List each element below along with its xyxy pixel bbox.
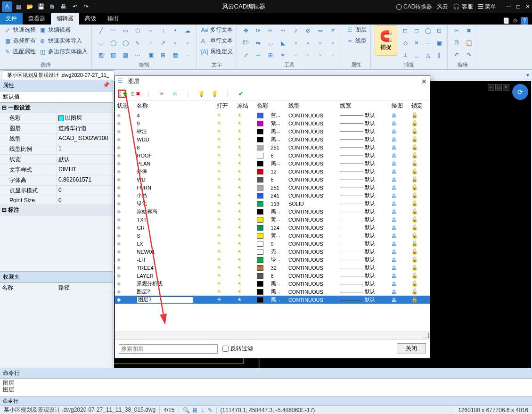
layer-row[interactable]: ◆PLAN☀☀黑...CONTINUOUS 默认🖶🔓 xyxy=(115,159,430,167)
dialog-close-button[interactable]: ✕ xyxy=(421,78,427,85)
cloud-icon[interactable]: ☁ xyxy=(182,25,193,36)
delete-layer-button[interactable]: 🗎✖ xyxy=(131,90,139,98)
ray-icon[interactable]: ↗ xyxy=(158,38,168,48)
rect-icon[interactable]: ▭ xyxy=(120,25,131,36)
layer-row[interactable]: ◆S☀☀黄...CONTINUOUS 默认🖶🔓 xyxy=(115,232,430,240)
copy2-icon[interactable]: ⿻ xyxy=(451,38,462,48)
col-on[interactable]: 打开 xyxy=(215,100,235,111)
layer-search-input[interactable] xyxy=(119,344,218,354)
block-icon[interactable]: ▣ xyxy=(146,50,156,60)
open-icon[interactable]: 📂 xyxy=(25,1,35,12)
help-icon[interactable]: ? xyxy=(521,17,528,25)
snap-ins-icon[interactable]: ▣ xyxy=(434,38,444,48)
status-pen-icon[interactable]: ✎ xyxy=(208,407,213,414)
print-icon[interactable]: 🖶 xyxy=(58,1,69,12)
more3-icon[interactable]: ▫ xyxy=(182,50,193,60)
delete-icon[interactable]: ✖ xyxy=(464,25,474,36)
layer-row[interactable]: ◆9☀☀紫...CONTINUOUS 默认🖶🔓 xyxy=(115,119,430,127)
snap-int-icon[interactable]: ✕ xyxy=(411,38,422,48)
invert-filter-checkbox[interactable]: 反转过滤 xyxy=(222,345,253,353)
snap-per-icon[interactable]: ⊥ xyxy=(400,50,410,60)
copy-icon[interactable]: ⿻ xyxy=(241,38,251,48)
scale-icon[interactable]: ⤢ xyxy=(241,50,251,60)
circle-icon[interactable]: ◯ xyxy=(108,38,118,48)
support-link[interactable]: 🎧 客服 xyxy=(453,3,473,11)
paste-icon[interactable]: 📋 xyxy=(464,38,474,48)
maximize-button[interactable]: ◻ xyxy=(516,3,521,10)
col-lock[interactable]: 锁定 xyxy=(409,100,430,111)
layer-row[interactable]: ◆☀☀黑...CONTINUOUS 默认🖶🔓 xyxy=(115,296,430,304)
property-row[interactable]: 线型ACAD_ISO02W100 xyxy=(0,134,113,144)
save-icon[interactable]: 💾 xyxy=(36,1,46,12)
t12-icon[interactable]: ▫ xyxy=(327,50,338,60)
mtext-button[interactable]: A≡多行文本 xyxy=(201,25,233,34)
layer-row[interactable]: ◆小品☀☀241CONTINUOUS 默认🖶🔓 xyxy=(115,191,430,199)
select-all-button[interactable]: ▦选择所有 xyxy=(4,36,36,45)
xline-icon[interactable]: ⟋ xyxy=(146,38,156,48)
snap-cen-icon[interactable]: ◯ xyxy=(423,25,433,36)
snap-ext-icon[interactable]: — xyxy=(423,38,433,48)
property-row[interactable]: 色彩以图层 xyxy=(0,113,113,124)
status-ortho-icon[interactable]: ⊥ xyxy=(200,407,205,414)
pline-icon[interactable]: 〰 xyxy=(108,25,118,36)
layer-row[interactable]: ◆原始标高☀☀黑...CONTINUOUS 默认🖶🔓 xyxy=(115,207,430,215)
align-icon[interactable]: ≡ xyxy=(327,25,338,36)
poly-icon[interactable]: ⬠ xyxy=(132,25,143,36)
t5-icon[interactable]: ▫ xyxy=(291,38,301,48)
tab-file[interactable]: 文件 xyxy=(0,13,23,25)
tab-output[interactable]: 输出 xyxy=(102,13,124,25)
explode-icon[interactable]: ✶ xyxy=(278,50,288,60)
more2-icon[interactable]: ▫ xyxy=(182,38,193,48)
col-ltype[interactable]: 线型 xyxy=(286,100,338,111)
property-row[interactable]: 点显示模式0 xyxy=(0,186,113,196)
layer-row[interactable]: ◆NEW01☀☀壳...CONTINUOUS 默认🖶🔓 xyxy=(115,248,430,256)
t10-icon[interactable]: ▫ xyxy=(303,50,313,60)
ellipse-icon[interactable]: ◯ xyxy=(120,38,131,48)
cut-icon[interactable]: ✂ xyxy=(451,25,462,36)
layer-row[interactable]: ◆FURN☀☀251CONTINUOUS 默认🖶🔓 xyxy=(115,183,430,191)
dialog-close-footer-button[interactable]: 关闭 xyxy=(397,343,426,354)
linetype-button[interactable]: ┉线型 xyxy=(346,36,367,45)
fast-import-button[interactable]: ⊕快速实体导入 xyxy=(39,36,88,45)
point-icon[interactable]: • xyxy=(170,25,180,36)
hatch2-icon[interactable]: ▧ xyxy=(108,50,118,60)
t11-icon[interactable]: ▫ xyxy=(315,50,326,60)
property-row[interactable]: 文字样式DIMHT xyxy=(0,165,113,175)
fillet-icon[interactable]: ◡ xyxy=(265,38,276,48)
stext-button[interactable]: A_单行文本 xyxy=(201,36,233,45)
t6-icon[interactable]: ▫ xyxy=(303,38,313,48)
snap-nea-icon[interactable]: ◬ xyxy=(423,50,433,60)
export-icon[interactable]: 📑 xyxy=(503,17,510,24)
stretch-icon[interactable]: ↔ xyxy=(253,50,263,60)
tab-advanced[interactable]: 高级 xyxy=(79,13,102,25)
converter-link[interactable]: ◯ CAD转换器 xyxy=(396,3,433,11)
mirror-icon[interactable]: ⇋ xyxy=(253,38,263,48)
property-row[interactable]: 线宽默认 xyxy=(0,155,113,165)
arc-icon[interactable]: ◡ xyxy=(96,38,106,48)
redo-icon[interactable]: ↷ xyxy=(81,1,91,12)
saveas-icon[interactable]: 🗎 xyxy=(47,1,57,12)
poly-import-button[interactable]: ◫多边形实体输入 xyxy=(39,47,88,56)
layer-row[interactable]: ◆LAYER☀☀8CONTINUOUS 默认🖶🔓 xyxy=(115,272,430,280)
layer-row[interactable]: ◆标注☀☀黑...CONTINUOUS 默认🖶🔓 xyxy=(115,127,430,135)
tab-viewer[interactable]: 查看器 xyxy=(23,13,51,25)
chamfer-icon[interactable]: ◣ xyxy=(278,38,288,48)
t7-icon[interactable]: ▫ xyxy=(315,38,326,48)
col-color[interactable]: 色彩 xyxy=(255,100,286,111)
dim2-icon[interactable]: ↕ xyxy=(158,25,168,36)
sun-tool-icon[interactable]: ☀ xyxy=(157,90,166,98)
property-row[interactable]: 图层道路车行道 xyxy=(0,124,113,134)
extend-icon[interactable]: ⤳ xyxy=(278,25,288,36)
snow-tool-icon[interactable]: ❄ xyxy=(171,90,179,98)
status-grid-icon[interactable]: ⊞ xyxy=(193,407,197,414)
dim-icon[interactable]: ↔ xyxy=(146,25,156,36)
quick-select-button[interactable]: ⤢快速选择 xyxy=(4,25,36,34)
bulb-on-icon[interactable]: 💡 xyxy=(210,90,219,98)
layer-grid[interactable]: 状态 名称 打开 冻结 色彩 线型 线宽 绘图 锁定 ◆4☀☀蓝...CONTI… xyxy=(115,100,430,331)
layer-row[interactable]: ◆图层2☀☀黑...CONTINUOUS 默认🖶🔓 xyxy=(115,288,430,296)
layer-row[interactable]: ◆外保☀☀12CONTINUOUS 默认🖶🔓 xyxy=(115,167,430,175)
join-icon[interactable]: ⫘ xyxy=(315,25,326,36)
snap-par-icon[interactable]: ∥ xyxy=(434,50,444,60)
redo2-icon[interactable]: ↷ xyxy=(464,50,474,60)
tab-editor[interactable]: 编辑器 xyxy=(51,13,79,25)
